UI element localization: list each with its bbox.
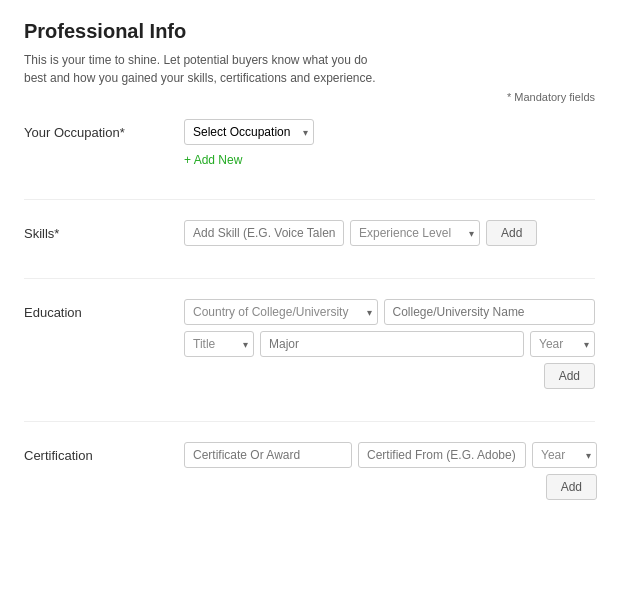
edu-year-select[interactable]: Year — [530, 331, 595, 357]
add-new-link[interactable]: + Add New — [184, 153, 242, 167]
country-select-wrap: Country of College/University — [184, 299, 378, 325]
edu-row-1: Country of College/University — [184, 299, 595, 325]
skills-row-container: Skills* Experience Level Add — [24, 220, 595, 254]
page-description: This is your time to shine. Let potentia… — [24, 51, 384, 87]
certification-add-button[interactable]: Add — [546, 474, 597, 500]
cert-year-select-wrap: Year — [532, 442, 597, 468]
experience-select[interactable]: Experience Level — [350, 220, 480, 246]
occupation-row: Your Occupation* Select Occupation + Add… — [24, 119, 595, 175]
major-input[interactable] — [260, 331, 524, 357]
skill-input[interactable] — [184, 220, 344, 246]
cert-row-1: Year — [184, 442, 597, 468]
occupation-label: Your Occupation* — [24, 119, 184, 140]
university-input[interactable] — [384, 299, 596, 325]
divider-2 — [24, 278, 595, 279]
cert-row-2: Add — [184, 474, 597, 500]
education-label: Education — [24, 299, 184, 320]
edu-year-select-wrap: Year — [530, 331, 595, 357]
page-title: Professional Info — [24, 20, 595, 43]
divider-1 — [24, 199, 595, 200]
occupation-select[interactable]: Select Occupation — [184, 119, 314, 145]
education-add-button[interactable]: Add — [544, 363, 595, 389]
cert-award-input[interactable] — [184, 442, 352, 468]
occupation-select-wrap: Select Occupation — [184, 119, 314, 145]
title-select[interactable]: Title — [184, 331, 254, 357]
education-content: Country of College/University Title Year — [184, 299, 595, 389]
cert-year-select[interactable]: Year — [532, 442, 597, 468]
certification-label: Certification — [24, 442, 184, 463]
occupation-content: Select Occupation + Add New — [184, 119, 595, 167]
certification-content: Year Add — [184, 442, 597, 500]
certification-row-container: Certification Year Add — [24, 442, 595, 508]
mandatory-note: * Mandatory fields — [24, 91, 595, 103]
skills-content: Experience Level Add — [184, 220, 595, 246]
skills-input-row: Experience Level Add — [184, 220, 595, 246]
cert-from-input[interactable] — [358, 442, 526, 468]
country-select[interactable]: Country of College/University — [184, 299, 378, 325]
skills-label: Skills* — [24, 220, 184, 241]
experience-select-wrap: Experience Level — [350, 220, 480, 246]
edu-row-3: Add — [184, 363, 595, 389]
edu-row-2: Title Year — [184, 331, 595, 357]
skills-add-button[interactable]: Add — [486, 220, 537, 246]
divider-3 — [24, 421, 595, 422]
title-select-wrap: Title — [184, 331, 254, 357]
education-row-container: Education Country of College/University … — [24, 299, 595, 397]
